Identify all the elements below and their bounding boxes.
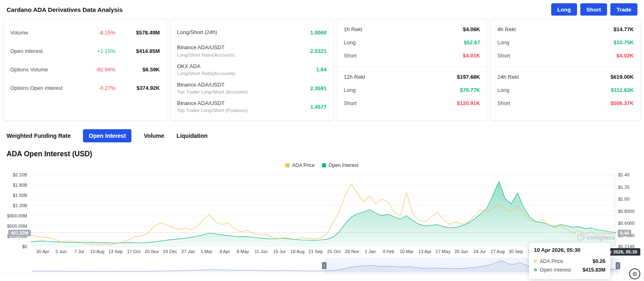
rekt-short-value: $506.37K xyxy=(611,100,634,106)
ratio-value: 1.64 xyxy=(316,66,327,73)
x-axis-label: 24 Jul xyxy=(474,249,485,254)
oi-current-badge: 407.37M xyxy=(8,230,31,236)
rekt-total: $4.06K xyxy=(463,26,480,32)
tab-volume[interactable]: Volume xyxy=(144,133,164,139)
ratio-sublabel: Long/Short Ratio(Accounts) xyxy=(177,52,310,58)
tab-weighted-funding-rate[interactable]: Weighted Funding Rate xyxy=(7,133,71,139)
rekt-long-value: $10.75K xyxy=(614,39,634,46)
tooltip-value: $415.83M xyxy=(582,267,605,273)
ratio-sublabel: Long/Short Ratio(Accounts) xyxy=(177,71,316,76)
legend-label: Open Interest xyxy=(329,162,359,168)
long-button[interactable]: Long xyxy=(551,3,577,16)
coinglass-watermark: coinglass xyxy=(577,233,615,241)
stat-change: -0.27% xyxy=(84,85,115,91)
stat-row-options-volume: Options Volume -92.94% $6.59K xyxy=(10,60,160,79)
ratio-label: Binance ADA/USDT xyxy=(177,82,310,88)
x-axis-label: 18 Aug xyxy=(290,249,304,254)
ratio-value: 2.3591 xyxy=(310,85,327,91)
rekt-total: $14.77K xyxy=(614,26,634,32)
x-axis-label: 27 Jan xyxy=(182,249,195,254)
short-button[interactable]: Short xyxy=(580,3,607,16)
navigator-handle-right[interactable] xyxy=(616,262,620,269)
y-axis-right-label: $1.40 xyxy=(618,172,630,177)
x-axis-label: 15 Jul xyxy=(273,249,285,254)
stat-value: $578.49M xyxy=(127,30,160,36)
x-axis-label: 8 May xyxy=(237,249,249,254)
x-axis-label: 10 Aug xyxy=(90,249,104,254)
rekt-short-label: Short xyxy=(497,53,616,59)
ratio-value: 2.0321 xyxy=(310,48,327,54)
rekt-total: $619.00K xyxy=(611,74,634,80)
ratio-row: Binance ADA/USDT Top Trader Long/Short (… xyxy=(177,98,327,116)
tooltip-row-open-interest: Open Interest $415.83M xyxy=(534,265,605,274)
legend-item-ada-price[interactable]: ADA Price xyxy=(285,162,315,168)
x-axis-label: 10 Mar xyxy=(400,249,414,254)
stat-change: -8.15% xyxy=(84,30,115,36)
y-axis-left-label: $600.00M xyxy=(0,224,27,228)
y-axis-left-label: $1.20B xyxy=(0,203,27,208)
tab-open-interest[interactable]: Open Interest xyxy=(83,129,131,142)
summary-cards: Volume -8.15% $578.49M Open Interest +1.… xyxy=(0,19,644,124)
y-axis-left-label: $1.50B xyxy=(0,193,27,198)
top-bar: Cardano ADA Derivatives Data Analysis Lo… xyxy=(0,0,644,19)
stat-value: $414.85M xyxy=(127,48,160,54)
stat-row-volume: Volume -8.15% $578.49M xyxy=(10,23,160,42)
rekt-section-4h: 4h Rekt$14.77K Long$10.75K Short$4.02K xyxy=(491,19,640,66)
ada-price-dot-icon xyxy=(534,260,537,263)
ratio-row: Binance ADA/USDT Top Trader Long/Short (… xyxy=(177,79,327,98)
gear-icon: ⚙ xyxy=(632,271,637,277)
long-short-ratios-card: Long/Short (24h) 1.0068 Binance ADA/USDT… xyxy=(170,19,334,121)
legend-item-open-interest[interactable]: Open Interest xyxy=(322,162,359,168)
y-axis-right-label: $1.00 xyxy=(618,196,630,201)
ratio-sublabel: Top Trader Long/Short (Accounts) xyxy=(177,89,310,95)
tab-liquidation[interactable]: Liquidation xyxy=(177,133,207,139)
rekt-long-label: Long xyxy=(344,87,460,93)
chart-title: ADA Open Interest (USD) xyxy=(0,145,644,158)
x-axis-label: 11 Jun xyxy=(254,249,267,254)
chart-tooltip: 10 Apr 2026, 05:30 ADA Price $0.26 Open … xyxy=(529,243,610,279)
rekt-long-label: Long xyxy=(344,39,464,46)
rekt-short-label: Short xyxy=(497,100,611,106)
price-current-badge: 0.44 xyxy=(618,230,631,236)
ratio-value: 1.0068 xyxy=(310,30,327,36)
ratio-row: OKX ADA Long/Short Ratio(Accounts) 1.64 xyxy=(177,60,327,79)
stat-row-open-interest: Open Interest +1.15% $414.85M xyxy=(10,42,160,60)
y-axis-left-label: $1.80B xyxy=(0,183,27,187)
y-axis-right-label: $0.8000 xyxy=(618,209,635,214)
x-axis-label: 21 Sep xyxy=(308,249,323,254)
tooltip-label: ADA Price xyxy=(540,258,590,264)
rekt-long-value: $52.67 xyxy=(464,39,480,46)
rekt-short-label: Short xyxy=(344,53,463,59)
ratio-label: Long/Short (24h) xyxy=(177,29,310,36)
ratio-row: Binance ADA/USDT Long/Short Ratio(Accoun… xyxy=(177,42,327,60)
rekt-short-value: $120.91K xyxy=(457,100,480,106)
y-axis-left-label: $900.00M xyxy=(0,213,27,218)
navigator-handle-left[interactable] xyxy=(322,262,327,269)
rekt-short-value: $4.02K xyxy=(616,53,634,59)
settings-gear-button[interactable]: ⚙ xyxy=(629,268,640,279)
tooltip-value: $0.26 xyxy=(593,258,605,264)
stat-label: Open Interest xyxy=(10,48,84,54)
x-axis-label: 4 Apr xyxy=(219,249,230,254)
rekt-total: $197.68K xyxy=(457,74,480,80)
rekt-period-label: 24h Rekt xyxy=(497,74,611,80)
x-axis-label: 27 Aug xyxy=(490,249,504,254)
rekt-section-24h: 24h Rekt$619.00K Long$112.63K Short$506.… xyxy=(491,67,640,114)
tooltip-label: Open Interest xyxy=(540,267,580,273)
header-actions: Long Short Trade xyxy=(551,3,637,16)
stat-label: Options Open Interest xyxy=(10,85,84,91)
x-axis-label: 1 Jan xyxy=(365,249,376,254)
x-axis-label: 3 Jun xyxy=(55,249,67,254)
page-title: Cardano ADA Derivatives Data Analysis xyxy=(7,6,123,13)
rekt-long-label: Long xyxy=(497,39,614,46)
stat-value: $374.92K xyxy=(127,85,160,91)
trade-button[interactable]: Trade xyxy=(610,3,637,16)
x-axis-label: 17 May xyxy=(436,249,451,254)
rekt-period-label: 4h Rekt xyxy=(497,26,614,32)
tooltip-row-ada-price: ADA Price $0.26 xyxy=(534,257,605,265)
y-axis-right-label: $1.20 xyxy=(618,185,630,190)
x-axis-label: 30 Apr xyxy=(36,249,49,254)
x-axis-label: 28 Nov xyxy=(345,249,359,254)
ratio-sublabel: Top Trader Long/Short (Positions) xyxy=(177,107,310,113)
stat-change: +1.15% xyxy=(84,48,115,54)
